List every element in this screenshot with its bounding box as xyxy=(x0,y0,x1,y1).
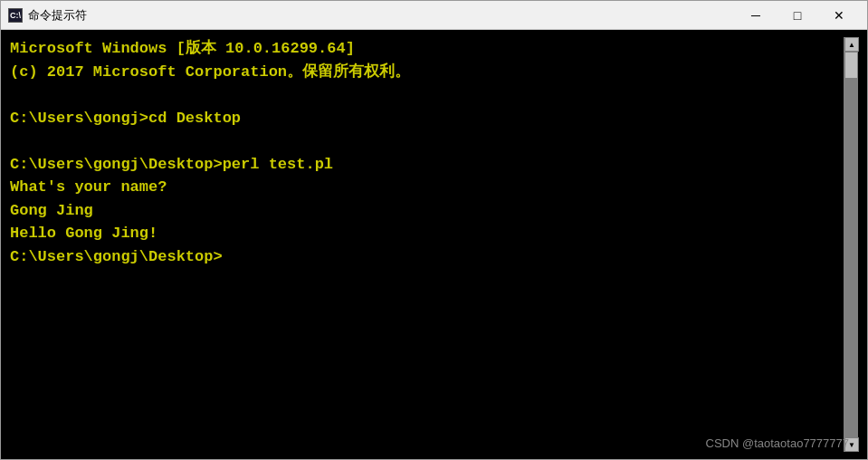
scrollbar-thumb[interactable] xyxy=(844,52,858,79)
terminal-line: Gong Jing xyxy=(10,199,844,223)
terminal-line: What's your name? xyxy=(10,176,844,199)
scroll-up-arrow[interactable]: ▲ xyxy=(844,37,859,52)
minimize-button[interactable]: ─ xyxy=(735,1,777,30)
terminal-line: (c) 2017 Microsoft Corporation。保留所有权利。 xyxy=(10,61,844,84)
cmd-window: C:\ 命令提示符 ─ □ ✕ Microsoft Windows [版本 10… xyxy=(0,0,868,460)
terminal-content: Microsoft Windows [版本 10.0.16299.64](c) … xyxy=(10,37,844,452)
watermark: CSDN @taotaotao7777777 xyxy=(706,436,849,450)
scrollbar[interactable]: ▲ ▼ xyxy=(844,37,858,452)
terminal-body: Microsoft Windows [版本 10.0.16299.64](c) … xyxy=(1,30,867,459)
terminal-line: C:\Users\gongj\Desktop>perl test.pl xyxy=(10,153,844,177)
terminal-line xyxy=(10,83,844,107)
terminal-line: C:\Users\gongj>cd Desktop xyxy=(10,107,844,130)
window-title: 命令提示符 xyxy=(28,7,735,24)
scrollbar-track[interactable] xyxy=(844,52,858,437)
terminal-line: Microsoft Windows [版本 10.0.16299.64] xyxy=(10,37,844,61)
close-button[interactable]: ✕ xyxy=(818,1,860,30)
terminal-line: C:\Users\gongj\Desktop> xyxy=(10,245,844,269)
window-controls: ─ □ ✕ xyxy=(735,1,860,30)
terminal-line xyxy=(10,129,844,153)
terminal-line: Hello Gong Jing! xyxy=(10,222,844,245)
window-icon: C:\ xyxy=(8,8,23,23)
maximize-button[interactable]: □ xyxy=(777,1,818,30)
title-bar: C:\ 命令提示符 ─ □ ✕ xyxy=(1,1,867,30)
